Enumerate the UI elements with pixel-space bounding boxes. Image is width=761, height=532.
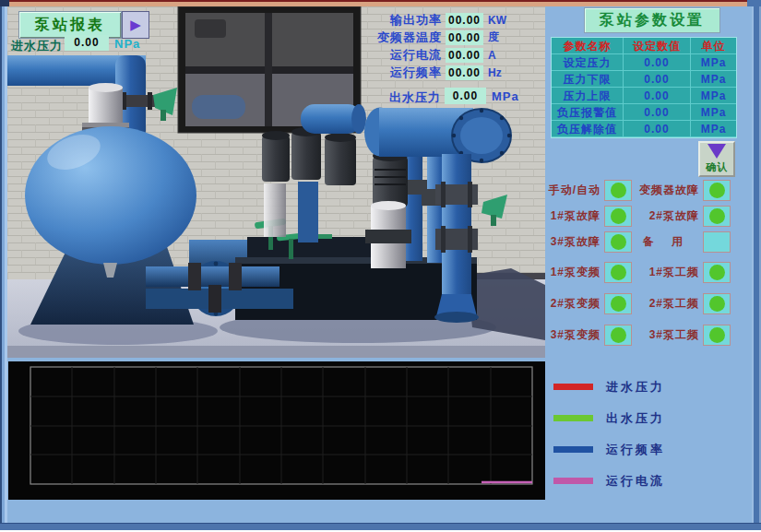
metric-unit: 度 [488, 30, 499, 45]
indicator-label-vfd-fault: 变频器故障 [631, 183, 699, 198]
tank-top-steel-cylinder [82, 83, 129, 131]
legend-label-outlet-pressure: 出水压力 [606, 410, 665, 427]
param-value[interactable]: 0.00 [624, 104, 691, 121]
lamp-icon [709, 265, 725, 280]
legend-label-inlet-pressure: 进水压力 [606, 379, 665, 396]
trend-chart-grid [8, 361, 545, 500]
confirm-button[interactable]: 确认 [698, 141, 735, 177]
legend-label-run-frequency: 运行频率 [606, 442, 665, 458]
lamp-icon [611, 234, 626, 250]
confirm-button-label: 确认 [700, 160, 733, 174]
metric-value: 00.00 [446, 65, 483, 80]
indicator-lamp-spare [703, 231, 731, 253]
confirm-arrow-icon [707, 144, 726, 159]
window-top-right-corner [747, 0, 761, 6]
discharge-manifold [364, 108, 511, 163]
window-top-edge [0, 0, 761, 6]
param-unit: MPa [691, 54, 736, 71]
param-value[interactable]: 0.00 [624, 71, 691, 88]
metric-row: 运行频率 00.00 Hz [369, 64, 517, 81]
param-value[interactable]: 0.00 [624, 54, 691, 71]
indicator-label-pump1-fault: 1#泵故障 [543, 208, 600, 224]
metric-value: 00.00 [446, 48, 483, 63]
lamp-icon [709, 208, 725, 224]
param-name: 压力上限 [552, 88, 624, 104]
lamp-icon [611, 327, 626, 343]
indicator-lamp-vfd-fault [703, 180, 731, 201]
window-top-left-corner [0, 0, 9, 6]
outlet-pressure-unit: MPa [492, 89, 519, 103]
indicator-lamp-pump2-line [703, 293, 731, 314]
inlet-pressure-value: 0.00 [65, 35, 109, 51]
settings-panel-title: 泵站参数设置 [584, 7, 720, 33]
metric-unit: KW [488, 14, 506, 27]
legend-swatch-inlet-pressure [553, 384, 593, 390]
metric-unit: Hz [488, 66, 502, 79]
window-bottom-border [0, 523, 761, 532]
lamp-icon [611, 183, 626, 198]
param-unit: MPa [691, 104, 736, 121]
metric-row: 运行电流 00.00 A [369, 46, 517, 64]
metric-unit: A [488, 49, 496, 62]
inlet-pressure-unit: NPa [114, 37, 140, 51]
param-unit: MPa [691, 121, 736, 137]
indicator-lamp-pump2-fault [703, 206, 731, 227]
lamp-icon [611, 208, 626, 224]
param-value[interactable]: 0.00 [624, 88, 691, 104]
legend-swatch-outlet-pressure [553, 415, 593, 421]
param-unit: MPa [691, 88, 736, 104]
trend-chart [8, 361, 545, 500]
indicator-lamp-pump1-vfd [604, 262, 632, 283]
legend-label-run-current: 运行电流 [606, 473, 665, 490]
indicator-label-pump2-vfd: 2#泵变频 [543, 296, 600, 312]
window-right-border [752, 6, 761, 526]
indicator-label-pump2-line: 2#泵工频 [631, 296, 699, 312]
report-arrow-button[interactable]: ▶ [122, 11, 149, 39]
lamp-icon [709, 296, 725, 312]
indicator-label-manual-auto: 手动/自动 [543, 183, 600, 198]
metric-label: 运行频率 [369, 65, 442, 81]
metric-label: 运行电流 [369, 47, 442, 64]
indicator-lamp-pump3-fault [604, 231, 632, 253]
outlet-pressure-value: 0.00 [445, 88, 486, 104]
window-left-border [0, 6, 7, 526]
indicator-label-pump1-vfd: 1#泵变频 [543, 265, 600, 280]
param-name: 负压报警值 [552, 104, 624, 121]
indicator-lamp-pump1-line [703, 262, 731, 283]
indicator-lamp-pump3-vfd [604, 325, 632, 346]
lamp-icon [611, 265, 626, 280]
legend-swatch-run-frequency [553, 446, 593, 453]
param-name: 负压解除值 [552, 121, 624, 137]
indicator-lamp-manual-auto [604, 180, 632, 201]
param-name: 压力下限 [552, 71, 624, 88]
metric-label: 变频器温度 [369, 30, 442, 46]
indicator-lamp-pump3-line [703, 325, 731, 346]
param-name: 设定压力 [552, 54, 624, 71]
indicator-label-pump3-line: 3#泵工频 [631, 327, 699, 343]
col-header-value: 设定数值 [624, 38, 691, 54]
play-arrow-icon: ▶ [130, 17, 141, 32]
col-header-unit: 单位 [691, 38, 736, 54]
metric-value: 00.00 [446, 30, 483, 45]
pump-station-hmi-screen: 泵站报表 ▶ 进水压力 0.00 NPa 输出功率 00.00 KW 变频器温度… [0, 0, 761, 532]
metric-label: 输出功率 [369, 12, 442, 29]
indicator-label-spare: 备 用 [631, 234, 690, 250]
metric-value: 00.00 [446, 13, 483, 28]
col-header-name: 参数名称 [552, 38, 624, 54]
indicator-lamp-pump1-fault [604, 206, 632, 227]
lamp-icon [709, 327, 725, 343]
param-value[interactable]: 0.00 [624, 121, 691, 137]
indicator-label-pump1-line: 1#泵工频 [631, 265, 699, 280]
indicator-label-pump3-vfd: 3#泵变频 [543, 327, 600, 343]
metrics-block: 输出功率 00.00 KW 变频器温度 00.00 度 运行电流 00.00 A… [369, 11, 517, 81]
lamp-icon [611, 296, 626, 312]
outlet-pressure-label: 出水压力 [369, 89, 441, 106]
metric-row: 变频器温度 00.00 度 [369, 29, 517, 46]
legend-swatch-run-current [553, 478, 593, 484]
indicator-lamp-pump2-vfd [604, 293, 632, 314]
pressure-tank [25, 126, 196, 265]
indicator-label-pump3-fault: 3#泵故障 [543, 234, 600, 250]
inlet-pressure-label: 进水压力 [11, 38, 65, 54]
settings-table: 参数名称 设定数值 单位 设定压力 0.00 MPa 压力下限 0.00 MPa… [551, 37, 737, 138]
metric-row: 输出功率 00.00 KW [369, 11, 517, 29]
